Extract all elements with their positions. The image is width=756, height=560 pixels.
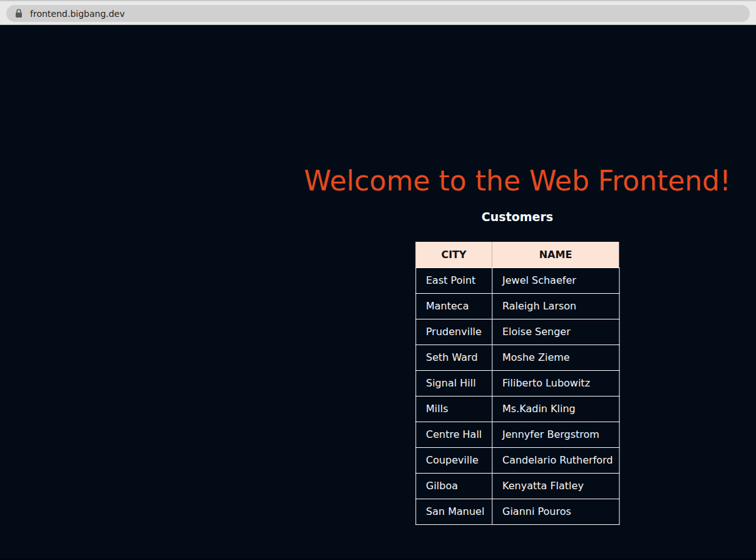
column-header-name: NAME bbox=[492, 242, 619, 267]
page-title: Welcome to the Web Frontend! bbox=[304, 165, 730, 197]
city-cell: Seth Ward bbox=[416, 345, 492, 370]
table-row: Prudenville Eloise Senger bbox=[416, 319, 619, 345]
city-cell: Centre Hall bbox=[416, 422, 492, 447]
city-cell: Signal Hill bbox=[416, 370, 492, 396]
table-row: Seth Ward Moshe Zieme bbox=[416, 345, 619, 370]
name-cell: Jennyfer Bergstrom bbox=[492, 422, 619, 447]
name-cell: Candelario Rutherford bbox=[492, 447, 619, 473]
table-row: Signal Hill Filiberto Lubowitz bbox=[416, 370, 619, 396]
city-cell: Prudenville bbox=[416, 319, 492, 345]
address-bar[interactable]: frontend.bigbang.dev bbox=[6, 5, 750, 22]
lock-icon[interactable] bbox=[15, 9, 23, 18]
city-cell: Gilboa bbox=[416, 473, 492, 499]
name-cell: Jewel Schaefer bbox=[492, 267, 619, 293]
table-row: East Point Jewel Schaefer bbox=[416, 267, 619, 293]
city-cell: Coupeville bbox=[416, 447, 492, 473]
table-row: Gilboa Kenyatta Flatley bbox=[416, 473, 619, 499]
table-row: San Manuel Gianni Pouros bbox=[416, 499, 619, 524]
web-page: Welcome to the Web Frontend! Customers C… bbox=[0, 27, 756, 560]
table-row: Mills Ms.Kadin Kling bbox=[416, 396, 619, 422]
name-cell: Filiberto Lubowitz bbox=[492, 370, 619, 396]
name-cell: Raleigh Larson bbox=[492, 293, 619, 319]
city-cell: East Point bbox=[416, 267, 492, 293]
column-header-city: CITY bbox=[416, 242, 492, 267]
city-cell: Mills bbox=[416, 396, 492, 422]
customers-heading: Customers bbox=[304, 210, 730, 224]
url-text: frontend.bigbang.dev bbox=[30, 9, 125, 19]
content-wrapper: Welcome to the Web Frontend! Customers C… bbox=[304, 165, 730, 525]
name-cell: Eloise Senger bbox=[492, 319, 619, 345]
name-cell: Ms.Kadin Kling bbox=[492, 396, 619, 422]
name-cell: Gianni Pouros bbox=[492, 499, 619, 524]
city-cell: Manteca bbox=[416, 293, 492, 319]
table-row: Centre Hall Jennyfer Bergstrom bbox=[416, 422, 619, 447]
table-row: Manteca Raleigh Larson bbox=[416, 293, 619, 319]
table-row: Coupeville Candelario Rutherford bbox=[416, 447, 619, 473]
name-cell: Moshe Zieme bbox=[492, 345, 619, 370]
browser-chrome: frontend.bigbang.dev bbox=[0, 0, 756, 25]
city-cell: San Manuel bbox=[416, 499, 492, 524]
name-cell: Kenyatta Flatley bbox=[492, 473, 619, 499]
table-header-row: CITY NAME bbox=[416, 242, 619, 267]
customers-table: CITY NAME East Point Jewel Schaefer Mant… bbox=[415, 242, 619, 525]
